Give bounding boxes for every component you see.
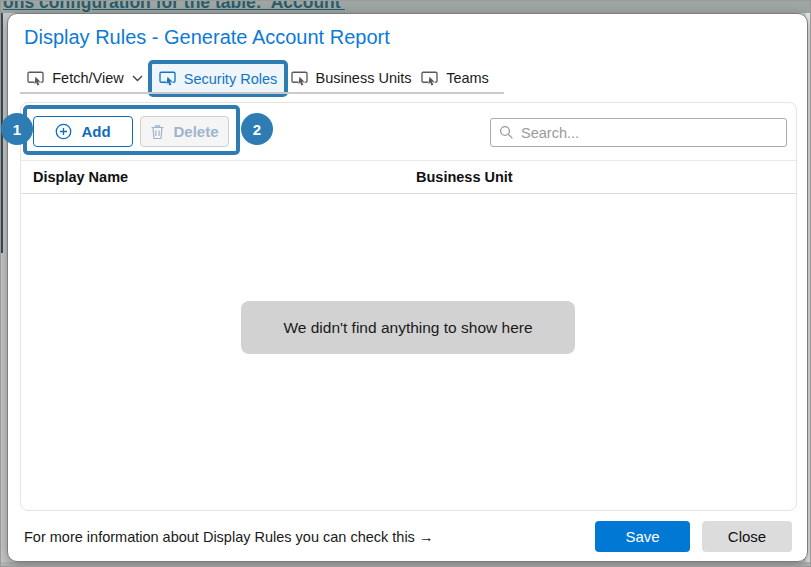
search-input[interactable] — [521, 119, 786, 146]
annotation-badge-1: 1 — [1, 113, 33, 145]
empty-state-message: We didn't find anything to show here — [241, 301, 575, 354]
screenshot-background: ons configuration for the table: 'Accoun… — [0, 0, 811, 567]
footer-info-text: For more information about Display Rules… — [24, 529, 433, 545]
column-header-display-name: Display Name — [33, 169, 128, 185]
slideshow-icon — [159, 71, 176, 86]
slideshow-icon — [291, 71, 308, 86]
delete-button[interactable]: Delete — [140, 116, 229, 147]
toolbar-separator — [21, 160, 796, 161]
add-button[interactable]: Add — [33, 116, 133, 147]
delete-button-label: Delete — [173, 123, 218, 140]
column-header-business-unit: Business Unit — [416, 169, 513, 185]
search-icon — [499, 125, 514, 140]
tab-strip-underline — [20, 92, 504, 94]
tab-label: Teams — [446, 70, 489, 86]
search-box — [490, 118, 787, 147]
tab-label: Business Units — [316, 70, 412, 86]
add-circle-icon — [55, 123, 72, 140]
tab-label: Security Roles — [184, 71, 277, 87]
close-button[interactable]: Close — [702, 521, 792, 552]
dialog-title: Display Rules - Generate Account Report — [24, 26, 390, 49]
tab-label: Fetch/View — [52, 70, 123, 86]
security-roles-panel: Add Delete D — [20, 102, 797, 511]
annotation-badge-2: 2 — [241, 113, 273, 145]
header-separator — [21, 193, 796, 194]
slideshow-icon — [27, 71, 44, 86]
background-clipped-text: ons configuration for the table: 'Accoun… — [3, 1, 345, 13]
save-button[interactable]: Save — [595, 521, 690, 552]
slideshow-icon — [421, 71, 438, 86]
background-window-strip: ons configuration for the table: 'Accoun… — [1, 1, 811, 13]
add-button-label: Add — [81, 123, 110, 140]
display-rules-dialog: Display Rules - Generate Account Report … — [7, 13, 808, 562]
tab-business-units[interactable]: Business Units — [290, 62, 412, 94]
trash-icon — [150, 124, 165, 140]
background-bottom-edge — [1, 562, 811, 567]
tab-teams[interactable]: Teams — [412, 62, 498, 94]
chevron-down-icon — [132, 75, 143, 82]
tab-fetch-view[interactable]: Fetch/View — [22, 62, 148, 94]
